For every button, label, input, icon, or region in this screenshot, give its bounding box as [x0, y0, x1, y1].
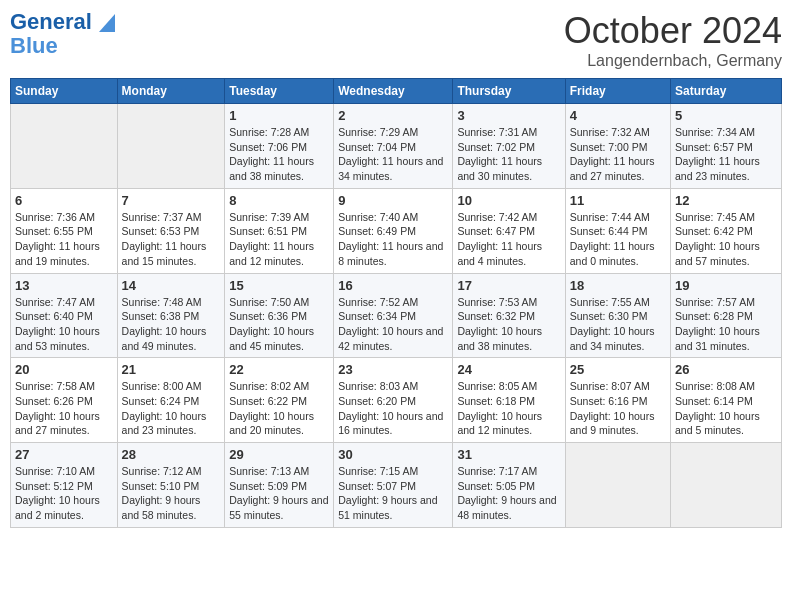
day-number: 16: [338, 278, 448, 293]
header-cell-sunday: Sunday: [11, 79, 118, 104]
day-number: 24: [457, 362, 560, 377]
calendar-cell: 29Sunrise: 7:13 AMSunset: 5:09 PMDayligh…: [225, 443, 334, 528]
calendar-cell: 3Sunrise: 7:31 AMSunset: 7:02 PMDaylight…: [453, 104, 565, 189]
cell-content: Sunrise: 7:34 AMSunset: 6:57 PMDaylight:…: [675, 125, 777, 184]
cell-content: Sunrise: 8:07 AMSunset: 6:16 PMDaylight:…: [570, 379, 666, 438]
sunrise-text: Sunrise: 7:10 AM: [15, 465, 95, 477]
sunset-text: Sunset: 6:57 PM: [675, 141, 753, 153]
sunset-text: Sunset: 6:38 PM: [122, 310, 200, 322]
cell-content: Sunrise: 7:37 AMSunset: 6:53 PMDaylight:…: [122, 210, 221, 269]
logo-text: General: [10, 10, 115, 34]
sunset-text: Sunset: 6:34 PM: [338, 310, 416, 322]
calendar-cell: 24Sunrise: 8:05 AMSunset: 6:18 PMDayligh…: [453, 358, 565, 443]
calendar-cell: 22Sunrise: 8:02 AMSunset: 6:22 PMDayligh…: [225, 358, 334, 443]
calendar-body: 1Sunrise: 7:28 AMSunset: 7:06 PMDaylight…: [11, 104, 782, 528]
calendar-cell: [565, 443, 670, 528]
sunset-text: Sunset: 6:44 PM: [570, 225, 648, 237]
day-number: 28: [122, 447, 221, 462]
sunset-text: Sunset: 5:10 PM: [122, 480, 200, 492]
sunset-text: Sunset: 6:22 PM: [229, 395, 307, 407]
day-number: 19: [675, 278, 777, 293]
calendar-cell: 2Sunrise: 7:29 AMSunset: 7:04 PMDaylight…: [334, 104, 453, 189]
daylight-text: Daylight: 10 hours and 42 minutes.: [338, 325, 443, 352]
calendar-cell: 10Sunrise: 7:42 AMSunset: 6:47 PMDayligh…: [453, 188, 565, 273]
cell-content: Sunrise: 8:00 AMSunset: 6:24 PMDaylight:…: [122, 379, 221, 438]
sunrise-text: Sunrise: 7:45 AM: [675, 211, 755, 223]
day-number: 17: [457, 278, 560, 293]
daylight-text: Daylight: 10 hours and 2 minutes.: [15, 494, 100, 521]
calendar-cell: 7Sunrise: 7:37 AMSunset: 6:53 PMDaylight…: [117, 188, 225, 273]
sunrise-text: Sunrise: 8:07 AM: [570, 380, 650, 392]
day-number: 8: [229, 193, 329, 208]
sunrise-text: Sunrise: 7:40 AM: [338, 211, 418, 223]
sunset-text: Sunset: 6:18 PM: [457, 395, 535, 407]
daylight-text: Daylight: 10 hours and 12 minutes.: [457, 410, 542, 437]
week-row-4: 20Sunrise: 7:58 AMSunset: 6:26 PMDayligh…: [11, 358, 782, 443]
cell-content: Sunrise: 8:02 AMSunset: 6:22 PMDaylight:…: [229, 379, 329, 438]
week-row-1: 1Sunrise: 7:28 AMSunset: 7:06 PMDaylight…: [11, 104, 782, 189]
calendar-cell: [11, 104, 118, 189]
calendar-cell: 14Sunrise: 7:48 AMSunset: 6:38 PMDayligh…: [117, 273, 225, 358]
header-cell-friday: Friday: [565, 79, 670, 104]
cell-content: Sunrise: 7:15 AMSunset: 5:07 PMDaylight:…: [338, 464, 448, 523]
sunset-text: Sunset: 6:40 PM: [15, 310, 93, 322]
day-number: 14: [122, 278, 221, 293]
cell-content: Sunrise: 7:57 AMSunset: 6:28 PMDaylight:…: [675, 295, 777, 354]
daylight-text: Daylight: 11 hours and 8 minutes.: [338, 240, 443, 267]
header-cell-tuesday: Tuesday: [225, 79, 334, 104]
calendar-cell: 16Sunrise: 7:52 AMSunset: 6:34 PMDayligh…: [334, 273, 453, 358]
cell-content: Sunrise: 7:50 AMSunset: 6:36 PMDaylight:…: [229, 295, 329, 354]
calendar-cell: [671, 443, 782, 528]
sunset-text: Sunset: 6:53 PM: [122, 225, 200, 237]
sunrise-text: Sunrise: 7:31 AM: [457, 126, 537, 138]
daylight-text: Daylight: 9 hours and 48 minutes.: [457, 494, 556, 521]
daylight-text: Daylight: 10 hours and 45 minutes.: [229, 325, 314, 352]
cell-content: Sunrise: 7:32 AMSunset: 7:00 PMDaylight:…: [570, 125, 666, 184]
daylight-text: Daylight: 11 hours and 0 minutes.: [570, 240, 655, 267]
calendar-cell: [117, 104, 225, 189]
day-number: 2: [338, 108, 448, 123]
cell-content: Sunrise: 8:05 AMSunset: 6:18 PMDaylight:…: [457, 379, 560, 438]
daylight-text: Daylight: 9 hours and 51 minutes.: [338, 494, 437, 521]
sunrise-text: Sunrise: 7:53 AM: [457, 296, 537, 308]
sunset-text: Sunset: 6:32 PM: [457, 310, 535, 322]
cell-content: Sunrise: 7:45 AMSunset: 6:42 PMDaylight:…: [675, 210, 777, 269]
daylight-text: Daylight: 11 hours and 38 minutes.: [229, 155, 314, 182]
day-number: 25: [570, 362, 666, 377]
calendar-cell: 15Sunrise: 7:50 AMSunset: 6:36 PMDayligh…: [225, 273, 334, 358]
cell-content: Sunrise: 8:03 AMSunset: 6:20 PMDaylight:…: [338, 379, 448, 438]
cell-content: Sunrise: 7:48 AMSunset: 6:38 PMDaylight:…: [122, 295, 221, 354]
month-title: October 2024: [564, 10, 782, 52]
logo-blue-text: Blue: [10, 33, 58, 58]
sunrise-text: Sunrise: 7:47 AM: [15, 296, 95, 308]
title-area: October 2024 Langendernbach, Germany: [564, 10, 782, 70]
daylight-text: Daylight: 10 hours and 16 minutes.: [338, 410, 443, 437]
sunset-text: Sunset: 6:26 PM: [15, 395, 93, 407]
daylight-text: Daylight: 10 hours and 53 minutes.: [15, 325, 100, 352]
sunset-text: Sunset: 6:36 PM: [229, 310, 307, 322]
cell-content: Sunrise: 7:53 AMSunset: 6:32 PMDaylight:…: [457, 295, 560, 354]
sunset-text: Sunset: 7:04 PM: [338, 141, 416, 153]
daylight-text: Daylight: 11 hours and 23 minutes.: [675, 155, 760, 182]
sunrise-text: Sunrise: 8:03 AM: [338, 380, 418, 392]
calendar-cell: 4Sunrise: 7:32 AMSunset: 7:00 PMDaylight…: [565, 104, 670, 189]
sunrise-text: Sunrise: 7:58 AM: [15, 380, 95, 392]
sunrise-text: Sunrise: 8:05 AM: [457, 380, 537, 392]
page-header: General Blue October 2024 Langendernbach…: [10, 10, 782, 70]
day-number: 13: [15, 278, 113, 293]
calendar-cell: 11Sunrise: 7:44 AMSunset: 6:44 PMDayligh…: [565, 188, 670, 273]
calendar-table: SundayMondayTuesdayWednesdayThursdayFrid…: [10, 78, 782, 528]
daylight-text: Daylight: 10 hours and 31 minutes.: [675, 325, 760, 352]
daylight-text: Daylight: 11 hours and 19 minutes.: [15, 240, 100, 267]
sunset-text: Sunset: 6:20 PM: [338, 395, 416, 407]
svg-marker-0: [99, 14, 115, 32]
cell-content: Sunrise: 7:52 AMSunset: 6:34 PMDaylight:…: [338, 295, 448, 354]
calendar-cell: 1Sunrise: 7:28 AMSunset: 7:06 PMDaylight…: [225, 104, 334, 189]
sunrise-text: Sunrise: 7:57 AM: [675, 296, 755, 308]
day-number: 23: [338, 362, 448, 377]
sunset-text: Sunset: 5:07 PM: [338, 480, 416, 492]
day-number: 27: [15, 447, 113, 462]
cell-content: Sunrise: 7:42 AMSunset: 6:47 PMDaylight:…: [457, 210, 560, 269]
cell-content: Sunrise: 7:58 AMSunset: 6:26 PMDaylight:…: [15, 379, 113, 438]
header-cell-saturday: Saturday: [671, 79, 782, 104]
